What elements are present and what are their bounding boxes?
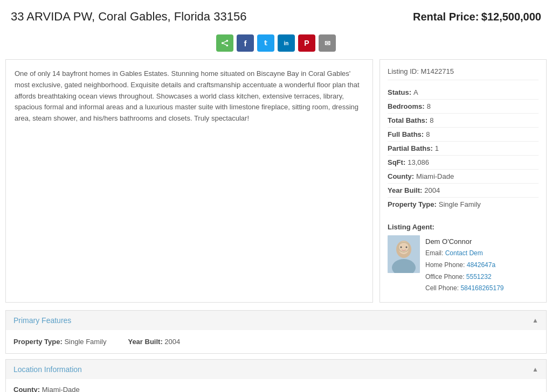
feature-value: Single Family (64, 338, 106, 346)
rental-price-label: Rental Price: (413, 11, 479, 23)
detail-value: 1 (435, 144, 439, 152)
pinterest-icon: P (304, 39, 309, 47)
facebook-icon: f (244, 39, 247, 48)
detail-value: Single Family (439, 200, 481, 208)
page-header: 33 ARVIDA PW, Coral Gables, Florida 3315… (0, 0, 552, 30)
listing-panel: Listing ID: M1422715 Status:ABedrooms:8T… (380, 59, 547, 303)
location-info-section: Location Information ▲ County: Miami-Dad… (5, 359, 547, 392)
listing-detail-row: Total Baths:8 (388, 114, 539, 128)
listing-detail-row: Partial Baths:1 (388, 142, 539, 156)
linkedin-button[interactable]: in (278, 34, 295, 52)
svg-line-3 (223, 41, 227, 43)
listing-detail-row: Full Baths:8 (388, 128, 539, 142)
detail-label: Property Type: (388, 200, 437, 208)
agent-details: Dem O'Connor Email: Contact Dem Home Pho… (425, 235, 503, 295)
primary-features-title: Primary Features (13, 316, 71, 325)
listing-detail-row: Year Built:2004 (388, 184, 539, 198)
agent-cell-phone[interactable]: 584168265179 (460, 284, 503, 292)
agent-email-row: Email: Contact Dem (425, 248, 503, 260)
primary-features-body: Property Type: Single FamilyYear Built: … (6, 330, 546, 353)
location-value: Miami-Dade (42, 386, 80, 392)
detail-value: 8 (430, 116, 433, 124)
detail-value: Miami-Dade (416, 172, 454, 180)
agent-photo-image (388, 235, 420, 273)
listing-detail-row: SqFt:13,086 (388, 156, 539, 170)
agent-name: Dem O'Connor (425, 235, 503, 248)
agent-info: Dem O'Connor Email: Contact Dem Home Pho… (388, 235, 539, 295)
listing-details: Status:ABedrooms:8Total Baths:8Full Bath… (388, 86, 539, 211)
facebook-button[interactable]: f (237, 34, 254, 52)
agent-home-phone[interactable]: 4842647a (467, 261, 495, 269)
primary-feature-item: Year Built: 2004 (128, 338, 180, 346)
primary-features-header[interactable]: Primary Features ▲ (6, 311, 546, 330)
detail-value: 2004 (424, 186, 440, 194)
detail-value: 8 (426, 130, 430, 138)
detail-label: Year Built: (388, 186, 422, 194)
email-button[interactable]: ✉ (319, 34, 336, 52)
location-label: County: (13, 386, 40, 392)
agent-email-link[interactable]: Contact Dem (445, 249, 483, 257)
agent-section: Listing Agent: (388, 218, 539, 295)
detail-label: Partial Baths: (388, 144, 433, 152)
twitter-icon: 𝕥 (264, 39, 267, 47)
pinterest-button[interactable]: P (298, 34, 315, 52)
agent-email-label: Email: (425, 249, 443, 257)
feature-label: Property Type: (13, 338, 63, 346)
agent-office-phone-row: Office Phone: 5551232 (425, 271, 503, 283)
feature-label: Year Built: (128, 338, 162, 346)
agent-cell-phone-label: Cell Phone: (425, 284, 459, 292)
primary-feature-item: Property Type: Single Family (13, 338, 106, 346)
detail-value: A (413, 88, 418, 96)
agent-home-phone-row: Home Phone: 4842647a (425, 260, 503, 271)
location-info-body: County: Miami-DadeLocation: Western expo… (6, 379, 546, 392)
svg-point-11 (401, 247, 402, 248)
listing-id-value: M1422715 (420, 67, 453, 75)
property-description: One of only 14 bayfront homes in Gables … (15, 68, 364, 124)
agent-section-title: Listing Agent: (388, 223, 539, 231)
detail-label: Status: (388, 88, 411, 96)
listing-detail-row: Bedrooms:8 (388, 100, 539, 114)
description-panel: One of only 14 bayfront homes in Gables … (5, 59, 373, 303)
detail-value: 13,086 (408, 158, 429, 166)
detail-label: SqFt: (388, 158, 405, 166)
listing-id: Listing ID: M1422715 (388, 67, 539, 80)
detail-value: 8 (427, 102, 431, 110)
primary-features-row: Property Type: Single FamilyYear Built: … (13, 338, 539, 346)
rental-price: Rental Price: $12,500,000 (413, 11, 541, 23)
svg-point-12 (406, 247, 408, 248)
primary-features-arrow: ▲ (532, 317, 539, 324)
listing-detail-row: County:Miami-Dade (388, 170, 539, 184)
primary-features-section: Primary Features ▲ Property Type: Single… (5, 310, 547, 354)
main-content: One of only 14 bayfront homes in Gables … (0, 59, 552, 303)
social-bar: f 𝕥 in P ✉ (0, 30, 552, 59)
location-info-arrow: ▲ (532, 366, 539, 373)
agent-office-phone-label: Office Phone: (425, 273, 465, 281)
listing-detail-row: Property Type:Single Family (388, 198, 539, 211)
agent-home-phone-label: Home Phone: (425, 261, 465, 269)
detail-label: Bedrooms: (388, 102, 425, 110)
agent-photo (388, 235, 420, 273)
rental-price-value: $12,500,000 (481, 11, 541, 23)
email-icon: ✉ (325, 39, 330, 47)
agent-office-phone[interactable]: 5551232 (466, 273, 492, 281)
detail-label: County: (388, 172, 414, 180)
property-address: 33 ARVIDA PW, Coral Gables, Florida 3315… (11, 10, 246, 24)
linkedin-icon: in (284, 40, 289, 46)
share-button[interactable] (216, 34, 233, 52)
location-item: County: Miami-Dade (13, 386, 539, 392)
location-info-title: Location Information (13, 365, 82, 374)
listing-detail-row: Status:A (388, 86, 539, 100)
agent-cell-phone-row: Cell Phone: 584168265179 (425, 283, 503, 295)
location-info-header[interactable]: Location Information ▲ (6, 360, 546, 379)
detail-label: Total Baths: (388, 116, 427, 124)
twitter-button[interactable]: 𝕥 (257, 34, 274, 52)
feature-value: 2004 (164, 338, 180, 346)
detail-label: Full Baths: (388, 130, 424, 138)
listing-id-label: Listing ID: (388, 67, 419, 75)
svg-line-4 (223, 43, 227, 45)
